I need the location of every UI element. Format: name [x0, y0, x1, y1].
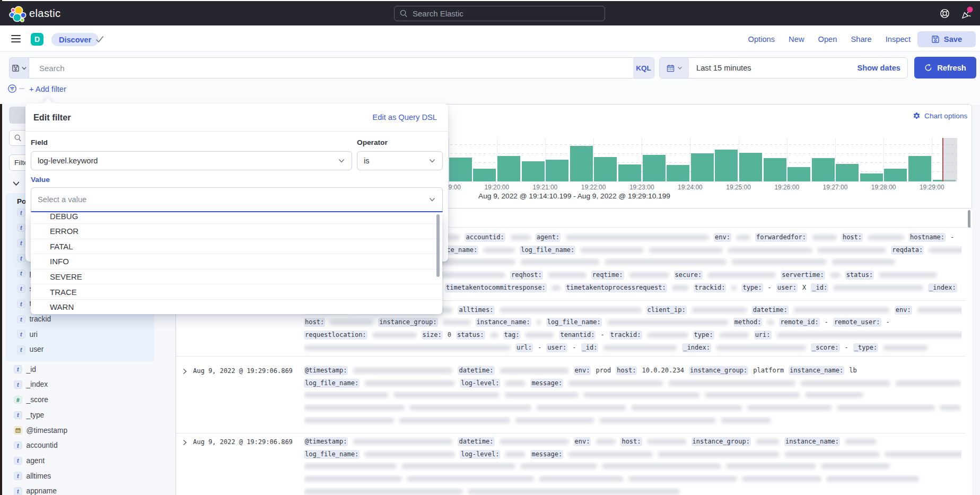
histogram-bar[interactable]	[908, 156, 931, 181]
filter-bar: + Add filter	[0, 81, 980, 102]
sidebar-field-_id[interactable]: t_id	[2, 362, 176, 377]
redacted-value	[719, 332, 749, 338]
histogram-bar[interactable]	[618, 164, 641, 181]
nav-menu-new[interactable]: New	[789, 35, 804, 44]
field-value: 0	[448, 331, 451, 340]
sidebar-field-alltimes[interactable]: talltimes	[2, 468, 176, 484]
show-dates-button[interactable]: Show dates	[857, 64, 907, 72]
histogram-bar[interactable]	[570, 146, 593, 181]
sidebar-field-_score[interactable]: #_score	[2, 392, 176, 407]
expand-row-icon[interactable]	[181, 439, 189, 447]
global-search-placeholder: Search Elastic	[413, 9, 463, 18]
value-combobox[interactable]: Select a value	[31, 187, 443, 212]
histogram-bar[interactable]	[788, 167, 810, 181]
value-option-warn[interactable]: WARN	[31, 300, 442, 314]
sidebar-field-_index[interactable]: t_index	[2, 377, 176, 393]
add-filter-button[interactable]: + Add filter	[29, 85, 66, 93]
save-button[interactable]: Save	[917, 31, 976, 47]
histogram-bar[interactable]	[764, 158, 786, 181]
value-option-trace[interactable]: TRACE	[31, 284, 442, 300]
field-select[interactable]: log-level.keyword	[31, 151, 352, 170]
sidebar-field-_type[interactable]: t_type	[2, 407, 176, 423]
redacted-value	[736, 235, 750, 240]
nav-menu-open[interactable]: Open	[818, 35, 837, 44]
redacted-value	[568, 380, 663, 386]
redacted-value	[879, 272, 937, 278]
operator-select[interactable]: is	[357, 151, 443, 170]
histogram-bar[interactable]	[497, 156, 520, 181]
query-language-badge[interactable]: KQL	[633, 58, 654, 78]
field-key: type:	[693, 331, 714, 340]
edit-as-query-dsl-link[interactable]: Edit as Query DSL	[372, 113, 437, 121]
nav-menu-share[interactable]: Share	[851, 35, 871, 44]
value-label: Value	[31, 176, 50, 184]
value-option-info[interactable]: INFO	[31, 254, 442, 270]
field-value: -	[600, 331, 604, 340]
histogram-bar[interactable]	[812, 158, 835, 181]
value-option-debug[interactable]: DEBUG	[31, 213, 442, 224]
sidebar-field-accountid[interactable]: taccountid	[2, 438, 176, 453]
breadcrumb[interactable]: Discover	[51, 33, 99, 46]
sidebar-field-agent[interactable]: tagent	[2, 453, 176, 468]
sidebar-field-appname[interactable]: tappname	[2, 484, 176, 495]
nav-menu-inspect[interactable]: Inspect	[886, 35, 911, 44]
field-key: datetime:	[458, 437, 494, 446]
value-option-fatal[interactable]: FATAL	[31, 239, 442, 255]
sidebar-field-uri[interactable]: turi	[5, 327, 154, 342]
histogram-bar[interactable]	[836, 164, 859, 181]
menu-icon[interactable]	[11, 35, 21, 42]
table-scrollbar-thumb[interactable]	[968, 210, 970, 228]
chevron-down-icon[interactable]	[12, 180, 20, 187]
help-icon[interactable]	[940, 8, 950, 19]
query-search-input[interactable]: Search KQL	[29, 57, 654, 79]
date-picker-quick-menu[interactable]	[660, 58, 689, 78]
space-badge[interactable]: D	[31, 33, 43, 46]
chart-options-label: Chart options	[924, 112, 967, 120]
expand-row-icon[interactable]	[181, 368, 189, 376]
redacted-value	[599, 418, 716, 423]
histogram-bar[interactable]	[667, 165, 689, 181]
string-field-icon: t	[17, 270, 25, 278]
refresh-button[interactable]: Refresh	[914, 57, 976, 79]
sidebar-field-user[interactable]: tuser	[5, 342, 154, 358]
sidebar-field-@timestamp[interactable]: @timestamp	[2, 423, 176, 438]
table-row[interactable]: Aug 9, 2022 @ 19:29:06.869@timestamp:dat…	[176, 433, 966, 495]
field-key: instance_group:	[689, 366, 748, 375]
field-key: _id:	[581, 343, 599, 352]
field-key: @timestamp:	[304, 366, 348, 375]
redacted-value	[731, 285, 737, 291]
histogram-bar[interactable]	[715, 150, 738, 181]
histogram-bar[interactable]	[546, 160, 568, 181]
partial-bucket-overlay	[943, 138, 957, 181]
value-option-error[interactable]: ERROR	[31, 224, 442, 239]
field-key: log-level:	[460, 450, 500, 459]
histogram-bar[interactable]	[691, 153, 714, 181]
string-field-icon: t	[14, 487, 22, 495]
options-scrollbar-thumb[interactable]	[436, 214, 440, 277]
histogram-bar[interactable]	[643, 155, 666, 181]
table-row[interactable]: Aug 9, 2022 @ 19:29:06.869@timestamp:dat…	[176, 357, 966, 433]
histogram-bar[interactable]	[884, 169, 907, 181]
redacted-value	[805, 392, 863, 398]
histogram-bar[interactable]	[739, 153, 762, 181]
global-search-input[interactable]: Search Elastic	[394, 6, 605, 21]
string-field-icon: t	[14, 457, 22, 465]
nav-menu-options[interactable]: Options	[748, 35, 775, 44]
time-range-value[interactable]: Last 15 minutes	[689, 64, 857, 72]
filter-drag-hint	[19, 88, 24, 89]
filter-list-icon[interactable]	[8, 84, 16, 93]
histogram-bar[interactable]	[449, 158, 472, 181]
redacted-value	[353, 368, 453, 374]
x-axis-tick: 19:22:00	[572, 184, 615, 191]
histogram-bar[interactable]	[522, 161, 545, 181]
histogram-bar[interactable]	[594, 157, 617, 181]
histogram-bar[interactable]	[860, 173, 883, 181]
value-option-severe[interactable]: SEVERE	[31, 270, 442, 285]
redacted-value	[726, 463, 816, 469]
saved-query-menu-button[interactable]	[9, 57, 29, 79]
string-field-icon: t	[14, 365, 22, 374]
histogram-bar[interactable]	[473, 169, 496, 181]
chart-options-button[interactable]: Chart options	[913, 112, 967, 120]
chevron-down-icon	[677, 65, 682, 71]
news-icon[interactable]	[961, 8, 971, 19]
